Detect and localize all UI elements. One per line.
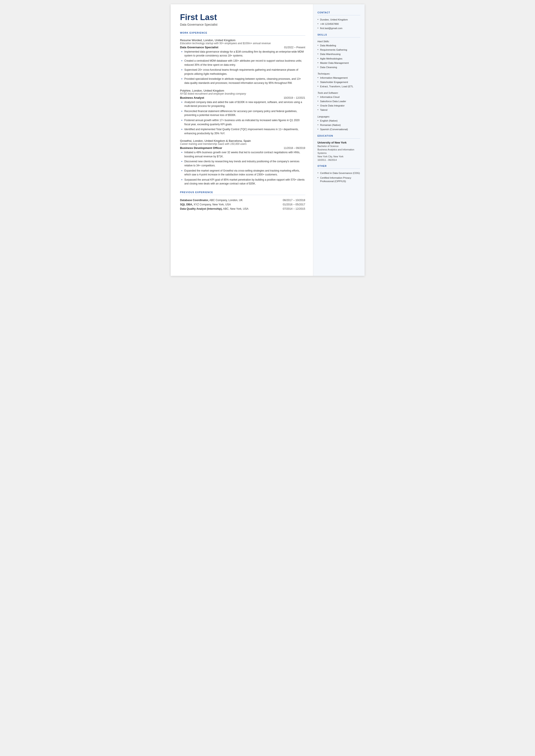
prev-exp-row-3: Data Quality Analyst (Internship), ABC, … xyxy=(180,207,305,211)
company-block-polyhire: Polyhire, London, United Kingdom NYSE-li… xyxy=(180,89,305,136)
tool-1: Informatica Cloud xyxy=(318,95,360,99)
other-list: Certified in Data Governance (CDG) Certi… xyxy=(318,171,360,183)
full-name: First Last xyxy=(180,13,305,22)
bullet-bdo-3: Expanded the market segment of Growthsi … xyxy=(181,169,305,177)
bullet-bdo-1: Initiated a 48% business growth over 32 … xyxy=(181,151,305,158)
company-name-resume-worded: Resume Worded, London, United Kingdom xyxy=(180,39,305,42)
other-item-1: Certified in Data Governance (CDG) xyxy=(318,171,360,175)
company-block-growthsi: Growthsi, London, United Kingdom & Barce… xyxy=(180,139,305,186)
edu-entry-1: University of New York Bachelor of Scien… xyxy=(318,141,360,162)
tool-3: Oracle Data Integrator xyxy=(318,104,360,107)
prev-exp-row-2: SQL DBA, XYZ Company, New York, USA 01/2… xyxy=(180,202,305,207)
bullet-ba-2: Reconciled financial statement differenc… xyxy=(181,109,305,117)
education-section-header: EDUCATION xyxy=(318,134,360,137)
other-section-header: OTHER xyxy=(318,165,360,167)
prev-exp-row-1: Database Coordinator, ABC Company, Londo… xyxy=(180,198,305,202)
skills-divider xyxy=(318,37,360,38)
bullets-ba: Analyzed company data and aided the sale… xyxy=(181,100,305,136)
work-experience-divider xyxy=(180,35,305,36)
company-desc-polyhire: NYSE-listed recruitment and employer bra… xyxy=(180,92,305,95)
bullet-bdo-2: Discovered new clients by researching ke… xyxy=(181,159,305,167)
job-title-bdo: Business Development Officer xyxy=(180,146,222,150)
skill-1: Data Modeling xyxy=(318,44,360,47)
bullet-dgs-3: Supervised 20+ cross-functional teams th… xyxy=(181,68,305,76)
company-block-resume-worded: Resume Worded, London, United Kingdom Ed… xyxy=(180,39,305,85)
job-dates-dgs: 01/2022 – Present xyxy=(284,46,305,49)
company-name-polyhire: Polyhire, London, United Kingdom xyxy=(180,89,305,92)
main-column: First Last Data Governance Specialist WO… xyxy=(171,4,313,276)
hard-skills-list: Data Modeling Requirements Gathering Dat… xyxy=(318,44,360,69)
edu-degree-1: Bachelor of Science xyxy=(318,145,360,148)
skill-4: Agile Methodologies xyxy=(318,57,360,60)
prev-exp-role-1: Database Coordinator, ABC Company, Londo… xyxy=(180,198,274,202)
prev-exp-table: Database Coordinator, ABC Company, Londo… xyxy=(180,198,305,211)
tool-4: Talend xyxy=(318,108,360,112)
technique-3: Extract, Transform, Load (ETL xyxy=(318,85,360,88)
lang-3: Spanish (Conversational) xyxy=(318,127,360,131)
skill-6: Data Cleansing xyxy=(318,66,360,69)
skills-section-header: SKILLS xyxy=(318,33,360,36)
job-row-bdo: Business Development Officer 11/2018 – 0… xyxy=(180,146,305,150)
bullet-dgs-1: Implemented data governance strategy for… xyxy=(181,50,305,58)
prev-exp-dates-1: 06/2017 – 10/2018 xyxy=(274,198,305,202)
bullet-ba-3: Fostered annual growth within 17+ busine… xyxy=(181,118,305,126)
sidebar: CONTACT Dundee, United Kingdom +44 12345… xyxy=(313,4,365,276)
prev-exp-role-3: Data Quality Analyst (Internship), ABC, … xyxy=(180,207,274,211)
techniques-list: Information Management Stakeholder Engag… xyxy=(318,76,360,88)
tools-label: Tools and Software: xyxy=(318,92,360,94)
bullets-bdo: Initiated a 48% business growth over 32 … xyxy=(181,151,305,186)
company-name-growthsi: Growthsi, London, United Kingdom & Barce… xyxy=(180,139,305,142)
bullet-dgs-2: Created a centralized MDM database with … xyxy=(181,59,305,67)
prev-experience-header: PREVIOUS EXPERIENCE xyxy=(180,191,305,193)
techniques-label: Techniques: xyxy=(318,72,360,75)
tools-list: Informatica Cloud Salesforce Data Loader… xyxy=(318,95,360,112)
skill-5: Master Data Management xyxy=(318,61,360,65)
job-title-ba: Business Analyst xyxy=(180,96,204,99)
lang-2: Romanian (Native) xyxy=(318,123,360,127)
company-desc-growthsi: Career training and membership SaaS with… xyxy=(180,142,305,146)
contact-phone: +44 1234567890 xyxy=(318,22,360,26)
education-divider xyxy=(318,138,360,139)
bullet-ba-1: Analyzed company data and aided the sale… xyxy=(181,100,305,108)
contact-list: Dundee, United Kingdom +44 1234567890 fi… xyxy=(318,18,360,30)
prev-exp-role-2: SQL DBA, XYZ Company, New York, USA xyxy=(180,202,274,207)
skill-3: Data Warehousing xyxy=(318,52,360,56)
hard-skills-label: Hard Skills: xyxy=(318,40,360,43)
edu-field-1: Business Analytics and Information Syste… xyxy=(318,148,360,155)
edu-location-1: New York City, New York xyxy=(318,155,360,158)
job-row-dgs: Data Governance Specialist 01/2022 – Pre… xyxy=(180,46,305,49)
edu-dates-1: 10/2011 - 06/2014 xyxy=(318,158,360,162)
job-title-dgs: Data Governance Specialist xyxy=(180,46,218,49)
bullet-dgs-4: Provided specialized knowledge in attrib… xyxy=(181,77,305,85)
contact-location: Dundee, United Kingdom xyxy=(318,18,360,21)
bullet-bdo-4: Surpassed the annual KPI goal of 85% mar… xyxy=(181,178,305,186)
prev-exp-dates-2: 01/2016 – 05/2017 xyxy=(274,202,305,207)
job-dates-ba: 10/2019 – 12/2021 xyxy=(284,96,305,99)
resume-container: First Last Data Governance Specialist WO… xyxy=(171,4,365,276)
technique-2: Stakeholder Engagement xyxy=(318,80,360,84)
edu-school-1: University of New York xyxy=(318,141,360,144)
company-desc-resume-worded: Education technology startup with 50+ em… xyxy=(180,42,305,45)
skill-2: Requirements Gathering xyxy=(318,48,360,51)
languages-label: Languages: xyxy=(318,115,360,118)
tool-2: Salesforce Data Loader xyxy=(318,99,360,103)
job-dates-bdo: 11/2018 – 09/2019 xyxy=(284,147,305,150)
job-title: Data Governance Specialist xyxy=(180,23,305,26)
job-row-ba: Business Analyst 10/2019 – 12/2021 xyxy=(180,96,305,99)
lang-1: English (Native) xyxy=(318,119,360,123)
prev-exp-dates-3: 07/2014 – 12/2015 xyxy=(274,207,305,211)
languages-list: English (Native) Romanian (Native) Spani… xyxy=(318,119,360,131)
prev-experience-divider xyxy=(180,195,305,195)
bullet-ba-4: Identified and implemented Total Quality… xyxy=(181,127,305,135)
bullets-dgs: Implemented data governance strategy for… xyxy=(181,50,305,85)
contact-email: first.last@gmail.com xyxy=(318,26,360,30)
contact-section-header: CONTACT xyxy=(318,11,360,14)
technique-1: Information Management xyxy=(318,76,360,79)
other-item-2: Certified Information Privacy Profession… xyxy=(318,176,360,183)
work-experience-header: WORK EXPERIENCE xyxy=(180,32,305,34)
